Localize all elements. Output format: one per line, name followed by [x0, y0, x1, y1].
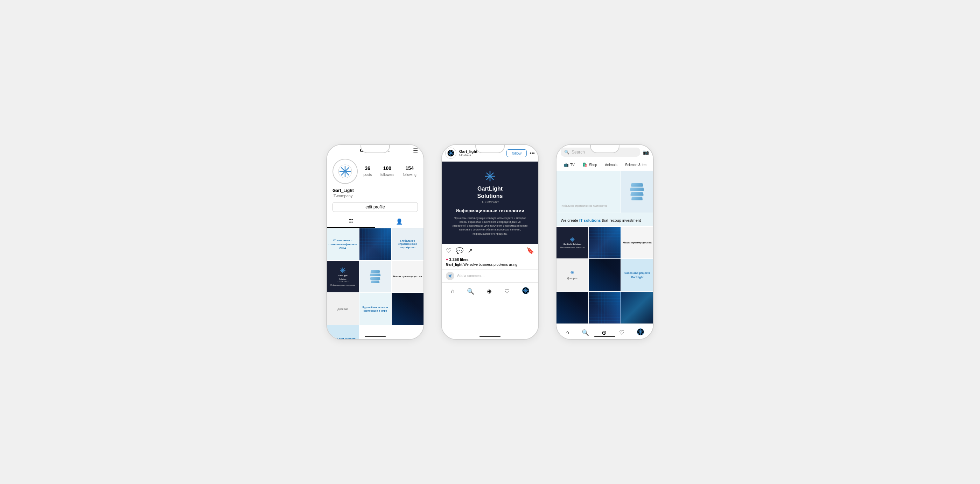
cat-tv[interactable]: 📺 TV	[561, 161, 578, 168]
nav-profile-3[interactable]	[637, 328, 644, 337]
post-company-title: GartLightSolutions	[477, 185, 503, 200]
post-avatar	[445, 148, 457, 159]
post-cell-8[interactable]: Крупнейшая телеком корпорация в мире	[360, 293, 391, 325]
post-cell-3[interactable]: Глобальное стратегическое партнёрство	[391, 229, 423, 260]
nav-home-2[interactable]: ⌂	[451, 288, 454, 295]
post-cell-cases[interactable]: Cases and projects GartLight	[327, 325, 359, 339]
explore-cell-1[interactable]: GartLight Solutions Информационные техно…	[557, 227, 589, 259]
explore-cell-8[interactable]	[589, 292, 621, 324]
nav-add-2[interactable]: ⊕	[487, 288, 492, 295]
likes-count: ♥ 3.258 likes	[442, 257, 538, 262]
cat-shop-label: Shop	[589, 163, 597, 167]
grid-icon: ☷	[348, 218, 353, 225]
bottom-nav-2: ⌂ 🔍 ⊕ ♡	[442, 282, 538, 300]
explore-cell-9[interactable]	[621, 292, 653, 324]
cat-science[interactable]: Science & tec	[622, 161, 649, 168]
shop-icon: 🛍️	[582, 162, 588, 167]
caption-text: We solve business problems using	[463, 263, 517, 267]
cat-tv-label: TV	[570, 163, 575, 167]
svg-point-37	[525, 290, 527, 291]
cat-animals-label: Animals	[605, 163, 617, 167]
bookmark-button[interactable]: 🔖	[527, 247, 534, 255]
cat-science-label: Science & tec	[625, 163, 646, 167]
post-cell-1[interactable]: IT-компания с головным офисом в США	[327, 229, 359, 260]
it-solutions-feature: We create IT solutions that recoup inves…	[557, 213, 653, 226]
explore-cell-6[interactable]: Cases and projects GartLight	[621, 259, 653, 291]
explore-feature-left: Глобальное стратегическое партнёрство	[557, 171, 620, 213]
explore-featured: Глобальное стратегическое партнёрство	[557, 171, 653, 213]
camera-icon[interactable]: 📷	[643, 149, 649, 155]
follow-button[interactable]: follow	[506, 149, 527, 157]
home-indicator-1	[365, 336, 386, 337]
profile-bio: IT-company	[327, 193, 423, 201]
post-cell-2[interactable]	[360, 229, 391, 260]
add-comment-row: Add a comment...	[442, 269, 538, 282]
posts-count: 36	[363, 165, 372, 171]
following-count: 154	[403, 165, 417, 171]
explore-cell-3[interactable]: Наши преимущества	[621, 227, 653, 259]
post-cell-5[interactable]	[360, 261, 391, 293]
edit-profile-button[interactable]: edit profile	[332, 202, 418, 212]
heart-filled-icon: ♥	[446, 257, 449, 262]
post-caption: Gart_light We solve business problems us…	[442, 262, 538, 269]
post-cell-9[interactable]	[391, 293, 423, 325]
tab-tagged[interactable]: 👤	[375, 215, 423, 228]
nav-heart-3[interactable]: ♡	[619, 329, 624, 336]
explore-cell-4[interactable]: Доверие	[557, 259, 589, 291]
person-tag-icon: 👤	[396, 218, 403, 225]
home-indicator-3	[594, 336, 615, 337]
profile-name: Gart_Light	[327, 187, 423, 193]
svg-point-47	[572, 272, 573, 273]
post-screen: Gart_light Moldova follow ••• Gar	[442, 145, 538, 282]
followers-label: followers	[380, 173, 394, 176]
comment-input[interactable]: Add a comment...	[457, 274, 484, 278]
search-icon: 🔍	[564, 150, 570, 155]
tv-icon: 📺	[563, 162, 569, 167]
share-button[interactable]: ↗	[468, 247, 473, 255]
following-label: following	[403, 173, 417, 176]
post-cell-6[interactable]: Наши преимущества	[391, 261, 423, 293]
chevron-icon: ⌄	[387, 149, 390, 152]
caption-username: Gart_light	[446, 263, 462, 267]
svg-point-10	[342, 270, 344, 271]
post-info-title: Информационные технологии	[456, 208, 524, 213]
like-button[interactable]: ♡	[446, 247, 452, 255]
search-input-wrapper[interactable]: 🔍 Search	[561, 148, 640, 157]
nav-search-2[interactable]: 🔍	[467, 288, 474, 295]
post-cell-4[interactable]: GartLight Solutions IT-COMPANY Информаци…	[327, 261, 359, 293]
post-cell-7[interactable]: Доверие	[327, 293, 359, 325]
post-actions: ♡ 💬 ↗ 🔖	[442, 244, 538, 257]
phone-explore: 🔍 Search 📷 📺 TV 🛍️ Shop	[556, 144, 654, 340]
nav-add-3[interactable]: ⊕	[601, 329, 606, 336]
categories-bar: 📺 TV 🛍️ Shop Animals Science & tec	[557, 159, 653, 171]
nav-profile-2[interactable]	[522, 287, 529, 295]
tab-grid[interactable]: ☷	[327, 215, 375, 228]
svg-point-21	[450, 153, 452, 154]
menu-icon[interactable]: ☰	[413, 147, 418, 154]
search-input[interactable]: Search	[571, 150, 636, 155]
avatar	[332, 159, 358, 184]
home-indicator-2	[479, 336, 501, 337]
explore-cell-5[interactable]	[589, 259, 621, 291]
comment-button[interactable]: 💬	[456, 247, 463, 255]
svg-point-42	[572, 239, 573, 240]
nav-search-3[interactable]: 🔍	[582, 329, 589, 336]
explore-cell-7[interactable]	[557, 292, 589, 324]
profile-username-header: Gart_Light	[360, 148, 385, 153]
explore-feature-right	[621, 171, 653, 213]
cat-animals[interactable]: Animals	[602, 161, 620, 168]
nav-home-3[interactable]: ⌂	[566, 329, 569, 336]
posts-grid: IT-компания с головным офисом в США Глоб…	[327, 229, 423, 325]
feature-logo-text: Глобальное стратегическое партнёрство	[561, 205, 607, 207]
comment-user-avatar	[446, 272, 454, 280]
explore-screen: 🔍 Search 📷 📺 TV 🛍️ Shop	[557, 145, 653, 324]
followers-count: 100	[380, 165, 394, 171]
nav-heart-2[interactable]: ♡	[504, 288, 510, 295]
more-icon[interactable]: •••	[530, 151, 535, 156]
cat-shop[interactable]: 🛍️ Shop	[580, 161, 600, 168]
post-image: GartLightSolutions IT-COMPANY Информацио…	[442, 162, 538, 244]
explore-cell-2[interactable]	[589, 227, 621, 259]
post-username: Gart_light	[459, 149, 504, 154]
svg-point-31	[450, 275, 451, 276]
svg-point-53	[640, 332, 641, 333]
